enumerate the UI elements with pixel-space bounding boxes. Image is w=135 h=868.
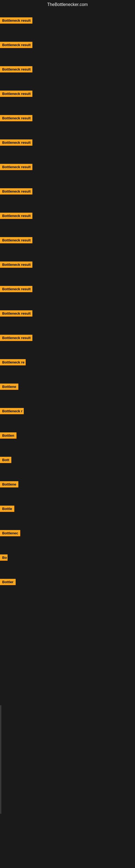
bottleneck-badge: Bottleneck result (0, 237, 32, 243)
list-item: Bottlene (0, 481, 18, 489)
list-item: Bottlen (0, 432, 16, 440)
list-item: Bottlene (0, 383, 18, 391)
bottleneck-badge: Bottleneck r (0, 408, 24, 414)
list-item: Bottleneck result (0, 213, 32, 220)
bottleneck-badge: Bottlenec (0, 530, 20, 536)
bottleneck-badge: Bo (0, 554, 8, 561)
list-item: Bottleneck result (0, 164, 32, 171)
bottleneck-badge: Bottlene (0, 383, 18, 390)
bottleneck-badge: Bottleneck result (0, 18, 32, 24)
list-item: Bottlenec (0, 530, 20, 537)
list-item: Bo (0, 554, 8, 562)
list-item: Bottleneck result (0, 66, 32, 73)
bottleneck-badge: Bottleneck result (0, 310, 32, 316)
bottleneck-badge: Bottler (0, 579, 16, 585)
bottleneck-badge: Bottleneck result (0, 140, 32, 146)
list-item: Bottleneck result (0, 188, 32, 195)
list-item: Bottleneck result (0, 261, 32, 269)
bottleneck-badge: Bott (0, 457, 11, 463)
bottleneck-badge: Bottleneck result (0, 115, 32, 121)
bottleneck-badge: Bottleneck result (0, 42, 32, 48)
list-item: Bottleneck re (0, 359, 26, 367)
list-item: Bottleneck result (0, 237, 32, 244)
list-item: Bottleneck result (0, 18, 32, 25)
site-header: TheBottlenecker.com (0, 0, 135, 9)
bottleneck-badge: Bottleneck result (0, 261, 32, 268)
bottleneck-badge: Bottleneck result (0, 213, 32, 219)
bottleneck-list: Bottleneck resultBottleneck resultBottle… (0, 9, 135, 868)
bottleneck-badge: Bottle (0, 506, 14, 512)
bottleneck-badge: Bottleneck result (0, 66, 32, 72)
list-item: Bottleneck result (0, 310, 32, 318)
list-item: Bottleneck result (0, 286, 32, 293)
bottleneck-badge: Bottleneck result (0, 91, 32, 97)
site-title: TheBottlenecker.com (0, 0, 135, 9)
list-item: Bott (0, 457, 11, 464)
bottleneck-badge: Bottleneck result (0, 286, 32, 292)
list-item: Bottler (0, 579, 16, 586)
list-item: Bottleneck r (0, 408, 24, 415)
list-item: Bottleneck result (0, 335, 32, 342)
list-item: Bottleneck result (0, 42, 32, 49)
bottleneck-badge: Bottleneck result (0, 164, 32, 170)
list-item: Bottleneck result (0, 91, 32, 98)
list-item: Bottleneck result (0, 140, 32, 147)
bottleneck-badge: Bottleneck result (0, 335, 32, 341)
bottleneck-badge: Bottleneck result (0, 188, 32, 194)
bottleneck-badge: Bottlen (0, 432, 16, 439)
bottleneck-badge: Bottleneck re (0, 359, 26, 365)
bottleneck-badge: Bottlene (0, 481, 18, 488)
list-item: Bottle (0, 506, 14, 513)
vertical-line (1, 705, 1, 814)
list-item: Bottleneck result (0, 115, 32, 122)
